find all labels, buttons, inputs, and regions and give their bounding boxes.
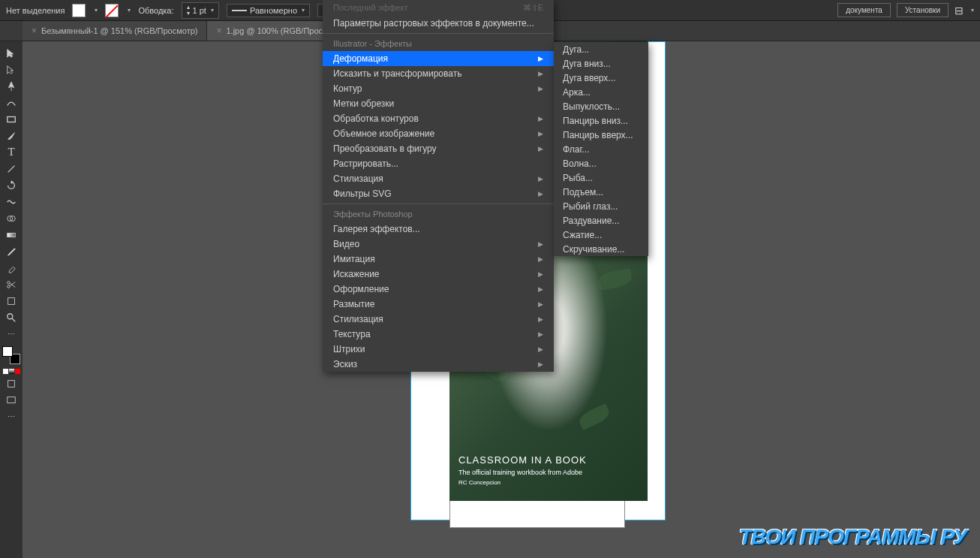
close-icon[interactable]: × (32, 26, 37, 36)
menu-item[interactable]: Преобразовать в фигуру▶ (323, 141, 554, 156)
align-icon[interactable]: ⊟ (954, 5, 963, 17)
color-mode-bar[interactable] (3, 369, 20, 374)
menu-item[interactable]: Имитация▶ (323, 252, 554, 267)
stroke-profile-dropdown[interactable]: Равномерно ▾ (227, 4, 310, 17)
submenu-item[interactable]: Скручивание... (554, 242, 648, 256)
chevron-down-icon[interactable]: ▾ (95, 7, 98, 14)
submenu-item[interactable]: Выпуклость... (554, 99, 648, 113)
chevron-right-icon: ▶ (538, 360, 543, 368)
menu-item[interactable]: Стилизация▶ (323, 312, 554, 327)
menu-item[interactable]: Стилизация▶ (323, 171, 554, 186)
selection-status: Нет выделения (6, 6, 65, 15)
chevron-down-icon[interactable]: ▾ (211, 7, 214, 14)
menu-item[interactable]: Галерея эффектов... (323, 222, 554, 237)
chevron-right-icon: ▶ (538, 190, 543, 198)
chevron-down-icon[interactable]: ▾ (128, 7, 131, 14)
chevron-right-icon: ▶ (538, 175, 543, 182)
pen-tool[interactable] (2, 79, 20, 93)
submenu-item[interactable]: Сжатие... (554, 228, 648, 242)
warp-submenu: Дуга...Дуга вниз...Дуга вверх...Арка...В… (554, 42, 648, 256)
submenu-item[interactable]: Волна... (554, 156, 648, 170)
menu-item[interactable]: Обработка контуров▶ (323, 111, 554, 126)
stroke-label: Обводка: (138, 6, 173, 15)
menu-item[interactable]: Растрировать... (323, 156, 554, 171)
stroke-swatch[interactable] (105, 4, 119, 17)
menu-item[interactable]: Исказить и трансформировать▶ (323, 66, 554, 81)
submenu-item[interactable]: Дуга... (554, 42, 648, 56)
eyedropper-tool[interactable] (2, 244, 20, 258)
fill-swatch[interactable] (72, 4, 86, 17)
more-tools[interactable]: ⋯ (2, 409, 20, 424)
menu-item[interactable]: Штрихи▶ (323, 342, 554, 357)
paintbrush-tool[interactable] (2, 128, 20, 143)
menu-item[interactable]: Искажение▶ (323, 267, 554, 282)
menu-item[interactable]: Объемное изображение▶ (323, 126, 554, 141)
scissors-tool[interactable] (2, 277, 20, 291)
document-tab[interactable]: × Безымянный-1 @ 151% (RGB/Просмотр) (23, 21, 207, 41)
submenu-item[interactable]: Рыбий глаз... (554, 199, 648, 213)
submenu-item[interactable]: Подъем... (554, 185, 648, 199)
menu-item[interactable]: Оформление▶ (323, 282, 554, 297)
screen-mode[interactable] (2, 393, 20, 407)
chevron-down-icon[interactable]: ▾ (971, 7, 974, 14)
stroke-weight-input[interactable]: ▴▾ 1 pt ▾ (182, 2, 219, 19)
svg-rect-0 (8, 116, 16, 122)
svg-rect-10 (8, 380, 15, 387)
menu-item[interactable]: Контур▶ (323, 81, 554, 96)
chevron-right-icon: ▶ (538, 145, 543, 152)
svg-rect-4 (8, 233, 16, 237)
gradient-tool[interactable] (2, 228, 20, 242)
effects-menu: Последний эффект ⌘⇧E Параметры растровых… (323, 0, 554, 372)
submenu-item[interactable]: Панцирь вверх... (554, 128, 648, 142)
menu-item[interactable]: Эскиз▶ (323, 357, 554, 372)
submenu-item[interactable]: Панцирь вниз... (554, 113, 648, 128)
chevron-down-icon[interactable]: ▾ (302, 7, 305, 14)
submenu-item[interactable]: Арка... (554, 85, 648, 99)
stepper-icon[interactable]: ▴▾ (187, 5, 190, 17)
menu-item-raster-settings[interactable]: Параметры растровых эффектов в документе… (323, 16, 554, 31)
menu-item[interactable]: Размытие▶ (323, 297, 554, 312)
chevron-right-icon: ▶ (538, 240, 543, 248)
eraser-tool[interactable] (2, 261, 20, 275)
menu-item[interactable]: Текстура▶ (323, 327, 554, 342)
document-setup-button[interactable]: документа (837, 3, 891, 17)
rotate-tool[interactable] (2, 178, 20, 192)
svg-rect-11 (8, 397, 16, 403)
fill-stroke-swatch[interactable] (2, 346, 20, 364)
menu-separator (323, 204, 554, 204)
menu-item[interactable]: Фильтры SVG▶ (323, 186, 554, 201)
submenu-item[interactable]: Раздувание... (554, 213, 648, 228)
svg-point-8 (8, 313, 13, 318)
chevron-right-icon: ▶ (538, 270, 543, 278)
selection-tool[interactable] (2, 46, 20, 60)
shape-builder-tool[interactable] (2, 211, 20, 225)
menu-item[interactable]: Метки обрезки (323, 96, 554, 111)
image-caption: CLASSROOM IN A BOOK The official trainin… (458, 454, 587, 486)
submenu-item[interactable]: Флаг... (554, 142, 648, 156)
chevron-right-icon: ▶ (538, 255, 543, 263)
menu-item[interactable]: Деформация▶ (323, 51, 554, 66)
menu-section-header: Эффекты Photoshop (323, 207, 554, 222)
chevron-right-icon: ▶ (538, 345, 543, 353)
submenu-item[interactable]: Рыба... (554, 170, 648, 185)
edit-toolbar[interactable]: ⋯ (2, 327, 20, 341)
rectangle-tool[interactable] (2, 112, 20, 126)
draw-mode[interactable] (2, 376, 20, 391)
chevron-right-icon: ▶ (538, 300, 543, 308)
svg-rect-7 (8, 297, 15, 304)
zoom-tool[interactable] (2, 310, 20, 324)
curvature-tool[interactable] (2, 95, 20, 110)
line-tool[interactable] (2, 161, 20, 176)
menu-item[interactable]: Видео▶ (323, 237, 554, 252)
width-tool[interactable] (2, 195, 20, 209)
submenu-item[interactable]: Дуга вверх... (554, 71, 648, 85)
preferences-button[interactable]: Установки (897, 3, 948, 17)
artboard-tool[interactable] (2, 294, 20, 308)
type-tool[interactable]: T (2, 145, 20, 159)
close-icon[interactable]: × (216, 26, 221, 36)
direct-selection-tool[interactable] (2, 62, 20, 77)
chevron-right-icon: ▶ (538, 315, 543, 323)
menu-separator (323, 33, 554, 34)
submenu-item[interactable]: Дуга вниз... (554, 56, 648, 71)
svg-point-6 (8, 285, 11, 288)
